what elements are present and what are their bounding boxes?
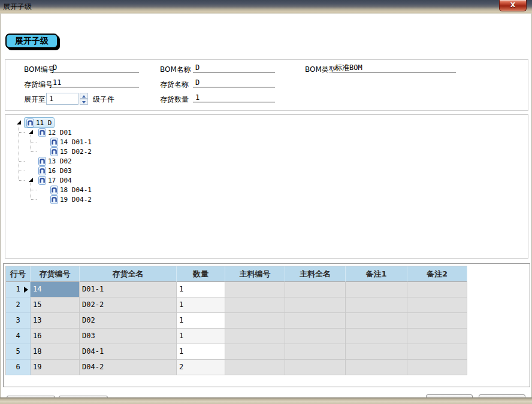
tree-node-content[interactable]: 19 D04-2 — [48, 194, 94, 205]
table-cell[interactable]: 15 — [31, 297, 80, 313]
expand-children-button[interactable]: 展开子级 — [5, 34, 58, 48]
row-number-cell[interactable]: 4 — [6, 329, 31, 344]
inv-name-label: 存货名称 — [160, 80, 189, 90]
tree-node-label: 17 D04 — [48, 177, 72, 184]
table-cell[interactable] — [407, 329, 467, 344]
column-header[interactable]: 存货全名 — [80, 266, 177, 282]
table-cell[interactable] — [346, 344, 407, 360]
table-cell[interactable]: 13 — [31, 313, 80, 329]
expand-level-input[interactable]: 1 — [46, 93, 78, 105]
table-cell[interactable] — [225, 282, 285, 297]
table-row: 416D031 — [6, 329, 467, 344]
row-number-cell[interactable]: 2 — [6, 297, 31, 313]
close-button[interactable]: X — [499, 0, 527, 11]
table-cell[interactable] — [346, 297, 407, 313]
row-number-cell[interactable]: 6 — [6, 360, 31, 375]
table-cell[interactable] — [225, 313, 285, 329]
table-cell[interactable] — [407, 282, 467, 297]
table-cell[interactable] — [225, 329, 285, 344]
bom-item-icon — [50, 138, 58, 147]
table-cell[interactable] — [285, 344, 346, 360]
table-cell[interactable]: 1 — [177, 329, 225, 344]
column-header[interactable]: 存货编号 — [31, 266, 80, 282]
table-cell[interactable]: 1 — [177, 297, 225, 313]
column-header[interactable]: 主料全名 — [285, 266, 346, 282]
expand-level-suffix-label: 级子件 — [93, 95, 114, 105]
bom-info-panel: BOM编号 D BOM名称 D BOM类型 标准BOM 存货编号 11 存货名称… — [5, 59, 528, 111]
bom-name-label: BOM名称 — [160, 65, 191, 75]
row-number-cell[interactable]: 1 — [6, 282, 31, 297]
tree-arrow-spacer — [28, 168, 36, 174]
table-cell[interactable]: 14 — [31, 282, 80, 297]
table-cell[interactable] — [225, 360, 285, 375]
tree-node[interactable]: 11 D — [5, 118, 55, 127]
table-cell[interactable]: 2 — [177, 360, 225, 375]
tree-connector-line — [19, 132, 25, 133]
column-header[interactable]: 备注1 — [346, 266, 407, 282]
row-number-cell[interactable]: 5 — [6, 344, 31, 360]
table-cell[interactable]: 19 — [31, 360, 80, 375]
table-cell[interactable] — [407, 313, 467, 329]
table-cell[interactable]: 1 — [177, 344, 225, 360]
table-cell[interactable] — [346, 329, 407, 344]
tree-expanded-arrow-icon[interactable] — [28, 177, 36, 183]
tree-node[interactable]: 17 D04 — [5, 175, 74, 185]
tree-node-label: 15 D02-2 — [60, 148, 92, 156]
title-bar[interactable]: 展开子级 X — [0, 0, 532, 13]
close-icon: X — [500, 0, 526, 10]
tree-node-label: 11 D — [36, 119, 52, 127]
column-header[interactable]: 备注2 — [407, 266, 467, 282]
tree-connector-line — [19, 180, 25, 181]
tree-node[interactable]: 18 D04-1 — [5, 185, 94, 195]
bom-tree: 11 D12 D0114 D01-115 D02-213 D0216 D0317… — [5, 114, 528, 259]
table-cell[interactable] — [225, 344, 285, 360]
column-header[interactable]: 行号 — [6, 266, 31, 282]
column-header[interactable]: 主料编号 — [225, 266, 285, 282]
tree-node-label: 13 D02 — [48, 157, 72, 165]
table-cell[interactable] — [285, 313, 346, 329]
table-cell[interactable] — [285, 282, 346, 297]
table-cell[interactable]: D02-2 — [80, 297, 177, 313]
tree-node[interactable]: 16 D03 — [5, 166, 74, 175]
spinner-down-button[interactable] — [80, 99, 88, 105]
table-cell[interactable]: 18 — [31, 344, 80, 360]
table-cell[interactable] — [285, 360, 346, 375]
row-number-cell[interactable]: 3 — [6, 313, 31, 329]
table-cell[interactable]: D02 — [80, 313, 177, 329]
table-cell[interactable] — [225, 297, 285, 313]
bom-item-icon — [26, 119, 34, 127]
bom-item-icon — [38, 176, 46, 185]
tree-node-label: 12 D01 — [48, 129, 72, 136]
tree-node-label: 16 D03 — [48, 167, 72, 175]
tree-expanded-arrow-icon[interactable] — [16, 120, 24, 126]
column-header[interactable]: 数量 — [177, 266, 225, 282]
tree-expanded-arrow-icon[interactable] — [28, 129, 36, 135]
row-number: 3 — [16, 316, 20, 324]
table-header-row: 行号存货编号存货全名数量主料编号主料全名备注1备注2 — [6, 266, 467, 282]
spinner-up-button[interactable] — [80, 93, 88, 99]
table-cell[interactable] — [407, 360, 467, 375]
table-cell[interactable]: D01-1 — [80, 282, 177, 297]
table-cell[interactable]: D04-1 — [80, 344, 177, 360]
table-cell[interactable] — [285, 297, 346, 313]
table-cell[interactable] — [407, 297, 467, 313]
table-cell[interactable]: D04-2 — [80, 360, 177, 375]
table-cell[interactable] — [346, 360, 407, 375]
table-cell[interactable]: 16 — [31, 329, 80, 344]
table-cell[interactable]: 1 — [177, 282, 225, 297]
tree-arrow-spacer — [28, 158, 36, 164]
table-cell[interactable]: D03 — [80, 329, 177, 344]
table-cell[interactable]: 1 — [177, 313, 225, 329]
table-row: 313D021 — [6, 313, 467, 329]
table-cell[interactable] — [285, 329, 346, 344]
table-cell[interactable] — [346, 282, 407, 297]
row-number: 1 — [16, 285, 20, 293]
tree-node[interactable]: 13 D02 — [5, 156, 74, 166]
tree-node[interactable]: 12 D01 — [5, 127, 74, 137]
tree-arrow-spacer — [40, 196, 48, 202]
row-number: 4 — [16, 332, 20, 340]
tree-node[interactable]: 19 D04-2 — [5, 195, 94, 204]
table-cell[interactable] — [407, 344, 467, 360]
table-cell[interactable] — [346, 313, 407, 329]
tree-connector-line — [31, 142, 37, 142]
